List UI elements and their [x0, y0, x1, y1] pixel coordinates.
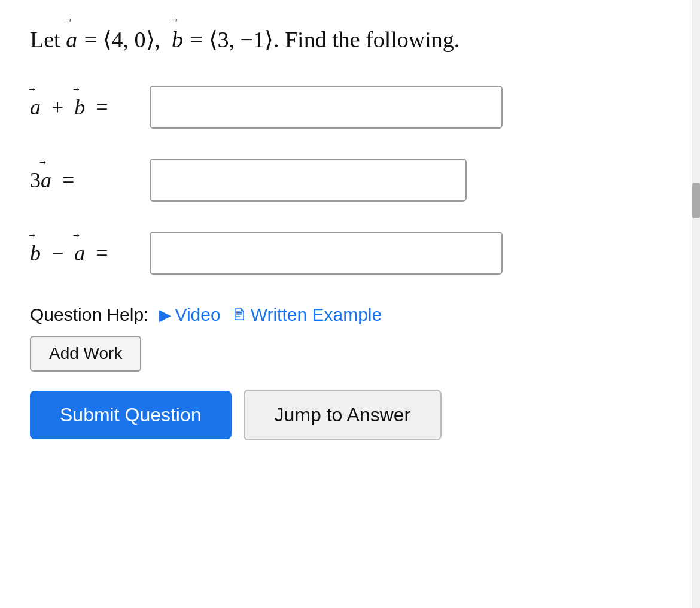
scrollbar-thumb[interactable]: [692, 183, 700, 218]
video-link[interactable]: ▶ Video: [159, 305, 220, 325]
equation-row-2: 3 ⃗ a =: [30, 159, 670, 202]
action-buttons: Submit Question Jump to Answer: [30, 390, 670, 440]
submit-question-button[interactable]: Submit Question: [30, 391, 232, 439]
question-help-line: Question Help: ▶ Video 🖹 Written Example: [30, 305, 670, 325]
equation-row-3: ⃗ b − ⃗ a =: [30, 232, 670, 275]
written-example-link[interactable]: 🖹 Written Example: [232, 305, 382, 325]
equation-input-2[interactable]: [150, 159, 467, 202]
video-icon: ▶: [159, 306, 171, 324]
written-example-icon: 🖹: [232, 306, 247, 324]
equation-input-1[interactable]: [150, 86, 503, 129]
equation-label-3: ⃗ b − ⃗ a =: [30, 241, 150, 266]
add-work-button[interactable]: Add Work: [30, 336, 141, 372]
equation-label-1: ⃗ a + ⃗ b =: [30, 95, 150, 120]
video-label: Video: [175, 305, 220, 325]
written-example-label: Written Example: [251, 305, 382, 325]
scrollbar[interactable]: [692, 0, 700, 608]
equation-input-3[interactable]: [150, 232, 503, 275]
question-help-section: Question Help: ▶ Video 🖹 Written Example…: [30, 305, 670, 372]
equation-row-1: ⃗ a + ⃗ b =: [30, 86, 670, 129]
jump-to-answer-button[interactable]: Jump to Answer: [244, 390, 442, 440]
question-help-label: Question Help:: [30, 305, 148, 325]
equation-label-2: 3 ⃗ a =: [30, 168, 150, 193]
problem-statement: Let ⃗ a = ⟨4, 0⟩, ⃗ b = ⟨3, −1⟩. Find th…: [30, 24, 670, 56]
